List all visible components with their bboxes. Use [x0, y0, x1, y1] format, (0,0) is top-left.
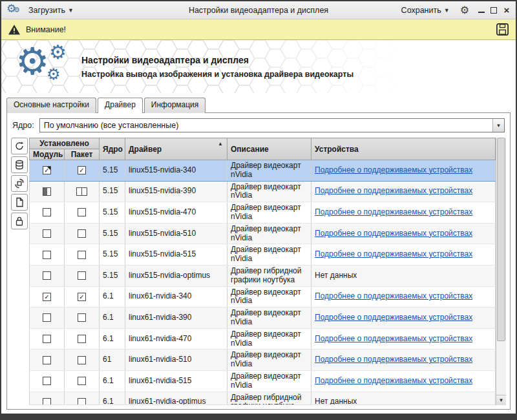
module-cell[interactable]	[30, 244, 65, 266]
table-row[interactable]: 6.1linux61-nvidia-optimusДрайвер гибридн…	[30, 392, 496, 405]
table-row[interactable]: ✓✓6.1linux61-nvidia-340Драйвер видеокарт…	[30, 286, 496, 308]
devices-link[interactable]: Подробнее о поддерживаемых устройствах	[315, 207, 472, 216]
module-cell[interactable]	[30, 328, 65, 350]
devices-link[interactable]: Подробнее о поддерживаемых устройствах	[315, 376, 472, 385]
package-checkbox-checked[interactable]: ✓	[78, 166, 86, 174]
table-row[interactable]: 5.15linux515-nvidia-515Драйвер видеокарт…	[30, 244, 496, 266]
document-icon[interactable]	[11, 194, 28, 211]
table-row[interactable]: 5.15linux515-nvidia-470Драйвер видеокарт…	[30, 202, 496, 224]
module-cell[interactable]	[30, 370, 65, 392]
lock-icon[interactable]	[11, 213, 28, 229]
package-cell[interactable]	[65, 350, 100, 371]
refresh-icon[interactable]	[11, 138, 28, 154]
module-checkbox-unchecked[interactable]	[43, 335, 51, 343]
table-row[interactable]: 61linux61-nvidia-510Драйвер видеокарт nV…	[30, 350, 496, 371]
column-header-kernel[interactable]: Ядро	[100, 138, 125, 160]
devices-link[interactable]: Подробнее о поддерживаемых устройствах	[315, 355, 472, 364]
save-button[interactable]: Сохранить ▼	[397, 4, 454, 17]
module-checkbox-unchecked[interactable]	[43, 271, 51, 280]
vertical-scrollbar[interactable]: ▼	[496, 138, 506, 405]
column-header-module[interactable]: Модуль	[30, 149, 65, 160]
package-checkbox-unchecked[interactable]	[78, 335, 86, 343]
devices-link[interactable]: Подробнее о поддерживаемых устройствах	[315, 229, 472, 238]
column-header-installed[interactable]: Установлено	[30, 138, 100, 149]
package-cell[interactable]: ✓	[65, 286, 100, 308]
module-checkbox-unchecked[interactable]	[43, 398, 51, 405]
module-cell[interactable]: ✓	[30, 160, 65, 182]
package-checkbox-unchecked[interactable]	[78, 356, 86, 364]
tab-information[interactable]: Информация	[144, 98, 206, 113]
package-cell[interactable]	[65, 181, 100, 202]
module-checkbox-unchecked[interactable]	[43, 377, 51, 385]
column-header-description[interactable]: Описание	[227, 138, 311, 160]
scroll-down-button[interactable]: ▼	[496, 395, 506, 405]
module-cell[interactable]: ✓	[30, 286, 65, 308]
column-header-devices[interactable]: Устройства	[311, 138, 496, 160]
devices-link[interactable]: Подробнее о поддерживаемых устройствах	[315, 249, 472, 258]
package-checkbox-unchecked[interactable]	[78, 208, 86, 216]
package-cell[interactable]	[65, 223, 100, 244]
package-cell[interactable]	[65, 328, 100, 350]
settings-gear-icon[interactable]: ⚙	[460, 5, 469, 16]
package-checkbox-book[interactable]	[76, 187, 87, 196]
module-cell[interactable]	[30, 392, 65, 405]
window-bottom-frame	[1, 414, 516, 419]
package-cell[interactable]	[65, 265, 100, 286]
module-checkbox-unchecked[interactable]	[43, 229, 51, 238]
column-header-package[interactable]: Пакет	[65, 149, 100, 160]
module-cell[interactable]	[30, 223, 65, 244]
devices-link[interactable]: Подробнее о поддерживаемых устройствах	[315, 291, 472, 300]
devices-link[interactable]: Подробнее о поддерживаемых устройствах	[315, 186, 472, 195]
module-checkbox-unchecked[interactable]	[43, 313, 51, 322]
table-row[interactable]: 6.1linux61-nvidia-470Драйвер видеокарт n…	[30, 328, 496, 350]
module-checkbox-half[interactable]	[43, 187, 51, 196]
devices-link[interactable]: Подробнее о поддерживаемых устройствах	[315, 165, 472, 174]
package-cell[interactable]: ✓	[65, 160, 100, 182]
tab-basic-settings[interactable]: Основные настройки	[6, 98, 96, 113]
table-row[interactable]: 5.15linux515-nvidia-510Драйвер видеокарт…	[30, 223, 496, 244]
module-checkbox-unchecked[interactable]	[43, 356, 51, 364]
package-sync-icon[interactable]	[11, 175, 28, 192]
package-checkbox-unchecked[interactable]	[78, 229, 86, 238]
package-cell[interactable]	[65, 392, 100, 405]
module-cell[interactable]	[30, 308, 65, 329]
table-row[interactable]: 6.1linux61-nvidia-515Драйвер видеокарт n…	[30, 370, 496, 392]
package-checkbox-unchecked[interactable]	[78, 377, 86, 385]
load-button[interactable]: Загрузить ▼	[25, 4, 78, 17]
module-checkbox-unchecked[interactable]	[43, 208, 51, 216]
database-icon[interactable]	[11, 156, 28, 173]
tab-driver[interactable]: Драйвер	[98, 98, 143, 113]
sort-ascending-icon: ▲	[218, 141, 223, 147]
table-row[interactable]: 6.1linux61-nvidia-390Драйвер видеокарт n…	[30, 308, 496, 329]
table-row[interactable]: 5.15linux515-nvidia-optimusДрайвер гибри…	[30, 265, 496, 286]
table-row[interactable]: ✓✓5.15linux515-nvidia-340Драйвер видеока…	[30, 160, 496, 182]
package-checkbox-unchecked[interactable]	[78, 251, 86, 259]
devices-link[interactable]: Подробнее о поддерживаемых устройствах	[315, 313, 472, 322]
module-cell[interactable]	[30, 202, 65, 224]
package-checkbox-checked[interactable]: ✓	[78, 293, 86, 301]
devices-link[interactable]: Подробнее о поддерживаемых устройствах	[315, 334, 472, 343]
module-checkbox-unchecked[interactable]	[43, 251, 51, 259]
package-cell[interactable]	[65, 370, 100, 392]
module-cell[interactable]	[30, 181, 65, 202]
save-disk-icon[interactable]	[496, 23, 509, 36]
package-cell[interactable]	[65, 308, 100, 329]
module-checkbox-checked[interactable]: ✓	[43, 293, 51, 301]
devices-text: Нет данных	[311, 265, 496, 286]
module-checkbox-checked-corner[interactable]: ✓	[43, 166, 51, 174]
column-header-driver[interactable]: Драйвер ▲	[125, 138, 227, 160]
package-checkbox-unchecked[interactable]	[78, 271, 86, 280]
minimize-button[interactable]	[478, 7, 485, 13]
maximize-button[interactable]	[491, 7, 497, 14]
close-button[interactable]: ×	[503, 6, 511, 14]
package-cell[interactable]	[65, 202, 100, 224]
table-row[interactable]: 5.15linux515-nvidia-390Драйвер видеокарт…	[30, 181, 496, 202]
module-cell[interactable]	[30, 350, 65, 371]
package-checkbox-unchecked[interactable]	[78, 313, 86, 322]
module-cell[interactable]	[30, 265, 65, 286]
chevron-down-icon[interactable]: ▼	[492, 119, 504, 132]
kernel-select[interactable]: По умолчанию (все установленные) ▼	[39, 118, 505, 132]
package-checkbox-unchecked[interactable]	[78, 398, 86, 405]
scrollbar-thumb[interactable]	[497, 138, 505, 341]
package-cell[interactable]	[65, 244, 100, 266]
